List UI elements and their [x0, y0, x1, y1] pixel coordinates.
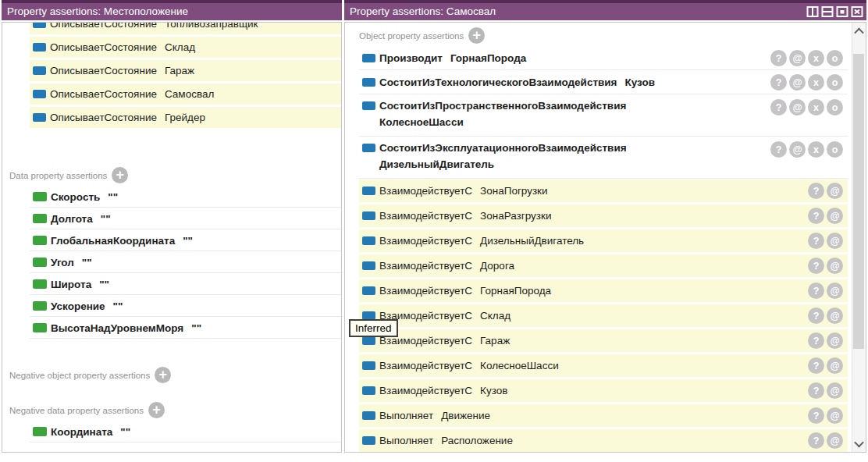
assertion-row[interactable]: ВзаимодействуетССклад ? @	[359, 304, 848, 327]
assertion-row[interactable]: ОписываетСостояниеГрейдер	[30, 107, 341, 128]
assertion-row[interactable]: ОписываетСостояниеГараж	[30, 60, 341, 81]
explain-button[interactable]: ?	[770, 74, 787, 91]
close-icon[interactable]	[851, 5, 863, 18]
annotate-button[interactable]: @	[789, 141, 806, 158]
scrollbar-thumb[interactable]	[853, 54, 864, 349]
assertion-row-inferred[interactable]: СостоитИзТехнологическогоВзаимодействияК…	[359, 71, 848, 94]
delete-button[interactable]: x	[808, 50, 824, 66]
annotate-button[interactable]: @	[827, 332, 843, 349]
property-value: ГорнаяПорода	[480, 285, 551, 297]
assertion-row[interactable]: Скорость""	[30, 187, 341, 208]
split-horizontal-icon[interactable]	[821, 5, 834, 18]
split-vertical-icon[interactable]	[806, 5, 819, 18]
data-property-icon	[33, 214, 47, 223]
delete-button[interactable]: x	[808, 74, 824, 91]
property-name: Угол	[51, 257, 74, 268]
add-negative-data-property-button[interactable]: +	[148, 402, 165, 418]
explain-button[interactable]: ?	[808, 208, 824, 224]
annotate-button[interactable]: @	[789, 74, 806, 91]
assertion-row-inferred[interactable]: СостоитИзПространственногоВзаимодействия…	[359, 95, 848, 137]
annotate-button[interactable]: @	[789, 50, 806, 66]
property-name: ОписываетСостояние	[50, 112, 157, 123]
explain-button[interactable]: ?	[808, 307, 824, 324]
assertion-row[interactable]: ВзаимодействуетСЗонаПогрузки ? @	[359, 179, 848, 202]
annotate-button[interactable]: @	[827, 233, 843, 249]
explain-button[interactable]: ?	[808, 283, 824, 299]
assertion-row[interactable]: ВзаимодействуетСЗонаРазгрузки ? @	[359, 204, 848, 227]
property-value: ДизельныйДвигатель	[379, 158, 770, 171]
annotate-button[interactable]: @	[827, 432, 843, 449]
property-name: СостоитИзПространственногоВзаимодействия	[379, 100, 626, 112]
explain-button[interactable]: ?	[808, 382, 824, 399]
annotate-button[interactable]: @	[789, 99, 806, 116]
vertical-scrollbar[interactable]	[852, 23, 866, 452]
row-buttons: ? @ x o	[770, 99, 843, 116]
assertion-row[interactable]: Долгота""	[30, 208, 341, 229]
explain-button[interactable]: ?	[808, 357, 824, 374]
chevron-up-icon	[854, 27, 864, 37]
assertion-row[interactable]: Координата""	[30, 421, 341, 442]
annotate-button[interactable]: @	[827, 357, 843, 374]
explain-button[interactable]: ?	[770, 99, 787, 116]
add-negative-object-property-button[interactable]: +	[155, 367, 171, 383]
scroll-down-button[interactable]	[852, 436, 866, 450]
edit-button[interactable]: o	[827, 99, 843, 116]
assertion-row-inferred[interactable]: ПроизводитГорнаяПорода ? @ x o	[359, 47, 848, 70]
explain-button[interactable]: ?	[808, 407, 824, 424]
delete-button[interactable]: x	[808, 141, 824, 158]
explain-button[interactable]: ?	[770, 141, 787, 158]
data-property-icon	[33, 323, 47, 332]
explain-button[interactable]: ?	[808, 332, 824, 349]
delete-button[interactable]: x	[808, 99, 824, 116]
maximize-icon[interactable]	[836, 5, 848, 18]
assertion-row[interactable]: Широта""	[30, 274, 341, 295]
annotate-button[interactable]: @	[827, 183, 843, 199]
property-value: Топливозаправщик	[165, 22, 258, 30]
assertion-row[interactable]: ОписываетСостояниеСамосвал	[30, 84, 341, 105]
assertion-row[interactable]: ОписываетСостояниеСклад	[30, 37, 341, 58]
assertion-row[interactable]: ВыполняетРасположение ? @	[359, 429, 848, 452]
assertion-row[interactable]: ГлобальнаяКоордината""	[30, 230, 341, 251]
add-data-property-button[interactable]: +	[112, 167, 128, 183]
assertion-row[interactable]: ВзаимодействуетСКолесноеШасси ? @	[359, 354, 848, 377]
explain-button[interactable]: ?	[808, 258, 824, 274]
panel-title: Property assertions: Местоположение	[7, 3, 188, 20]
annotate-button[interactable]: @	[827, 258, 843, 274]
edit-button[interactable]: o	[827, 50, 843, 66]
annotate-button[interactable]: @	[827, 407, 843, 424]
annotate-button[interactable]: @	[827, 283, 843, 299]
assertion-row[interactable]: ВзаимодействуетСГараж ? @	[359, 329, 848, 352]
panel-header: Property assertions: Самосвал	[344, 0, 866, 20]
assertion-row[interactable]: ВзаимодействуетСГорнаяПорода ? @	[359, 279, 848, 302]
assertion-row[interactable]: ВыполняетДвижение ? @	[359, 404, 848, 427]
object-property-icon	[33, 43, 46, 52]
row-buttons: ? @ x o	[770, 50, 843, 66]
property-value: Склад	[165, 41, 195, 53]
row-buttons: ? @	[808, 332, 843, 349]
add-object-property-button[interactable]: +	[468, 27, 485, 44]
assertion-row[interactable]: ВзаимодействуетСКузов ? @	[359, 379, 848, 402]
assertion-row[interactable]: ВысотаНадУровнемМоря""	[30, 318, 341, 339]
assertion-row[interactable]: ВзаимодействуетСДизельныйДвигатель ? @	[359, 229, 848, 252]
explain-button[interactable]: ?	[808, 233, 824, 249]
object-property-icon	[362, 236, 375, 245]
assertion-row[interactable]: Ускорение""	[30, 296, 341, 317]
assertion-row[interactable]: ВзаимодействуетСДорога ? @	[359, 254, 848, 277]
assertion-row-inferred[interactable]: СостоитИзЭксплуатационногоВзаимодействия…	[359, 137, 848, 179]
object-property-icon	[362, 261, 375, 270]
property-name: ГлобальнаяКоордината	[51, 235, 175, 247]
edit-button[interactable]: o	[827, 141, 843, 158]
edit-button[interactable]: o	[827, 74, 843, 91]
section-label: Data property assertions	[9, 171, 107, 180]
explain-button[interactable]: ?	[770, 50, 787, 66]
annotate-button[interactable]: @	[827, 208, 843, 224]
assertion-row[interactable]: ОписываетСостояниеТопливозаправщик	[30, 22, 341, 34]
annotate-button[interactable]: @	[827, 382, 843, 399]
scroll-up-button[interactable]	[852, 24, 866, 38]
property-value: Самосвал	[165, 88, 214, 100]
explain-button[interactable]: ?	[808, 432, 824, 449]
assertion-row[interactable]: Угол""	[30, 252, 341, 273]
explain-button[interactable]: ?	[808, 183, 824, 199]
annotate-button[interactable]: @	[827, 307, 843, 324]
property-name: ОписываетСостояние	[50, 65, 157, 76]
